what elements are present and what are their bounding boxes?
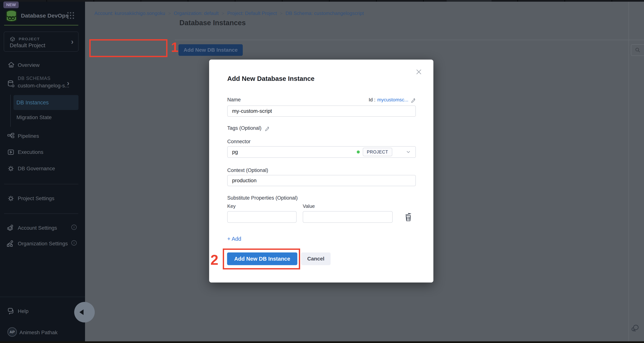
sidebar-item-project-settings[interactable]: Project Settings xyxy=(0,193,85,204)
chevron-right-icon: › xyxy=(67,79,69,87)
info-icon[interactable]: i xyxy=(72,225,76,230)
project-card-label: PROJECT xyxy=(19,37,40,41)
annotation-box-2 xyxy=(223,249,300,270)
sidebar-item-label: Pipelines xyxy=(18,133,39,139)
cube-icon xyxy=(10,36,15,42)
org-gear-icon xyxy=(6,240,14,248)
sidebar-divider xyxy=(4,184,78,184)
annotation-number-2: 2 xyxy=(210,252,218,268)
sidebar-item-executions[interactable]: Executions xyxy=(0,147,85,158)
connector-status-dot xyxy=(357,150,360,153)
avatar: AP xyxy=(8,327,17,337)
connector-scope-badge: PROJECT xyxy=(363,148,392,156)
browser-active-tab xyxy=(447,0,492,2)
sidebar-item-label: Overview xyxy=(18,62,40,68)
key-column-label: Key xyxy=(227,203,236,209)
tags-row: Tags (Optional) xyxy=(227,125,270,131)
sidebar-item-label: DB Instances xyxy=(16,99,48,106)
executions-icon xyxy=(7,148,14,156)
sidebar-item-label: Account Settings xyxy=(18,225,57,231)
sidebar-item-label: Executions xyxy=(18,149,43,155)
id-label: Id : xyxy=(369,97,376,103)
connector-label: Connector xyxy=(227,139,250,144)
chevron-down-icon[interactable] xyxy=(406,149,411,155)
modal-title: Add New Database Instance xyxy=(227,75,314,82)
browser-tab-strip xyxy=(0,0,644,2)
sidebar-item-overview[interactable]: Overview xyxy=(0,60,85,71)
annotation-number-1: 1 xyxy=(171,39,178,55)
layers-gear-icon xyxy=(6,224,14,232)
connector-select[interactable]: pg PROJECT xyxy=(227,146,416,158)
gear-icon xyxy=(7,195,14,202)
app-grid-icon[interactable] xyxy=(66,11,75,19)
new-badge: NEW xyxy=(3,1,19,8)
add-substitute-row-link[interactable]: + Add xyxy=(227,236,241,242)
sidebar-item-label: Project Settings xyxy=(18,196,54,201)
value-column-label: Value xyxy=(303,203,315,209)
sidebar-item-db-instances[interactable]: DB Instances xyxy=(14,95,78,110)
close-icon[interactable] xyxy=(415,68,423,76)
brand-divider xyxy=(4,25,78,25)
gear-icon xyxy=(7,165,14,172)
help-chat-icon xyxy=(7,307,15,315)
triangle-left-icon xyxy=(80,309,84,315)
connector-value: pg xyxy=(232,149,354,155)
user-menu[interactable]: AP Animesh Pathak xyxy=(0,325,85,340)
db-schemas-group-label: DB SCHEMAS xyxy=(18,76,50,81)
info-icon[interactable]: i xyxy=(72,240,76,246)
tags-label: Tags (Optional) xyxy=(227,125,262,131)
cancel-button[interactable]: Cancel xyxy=(301,253,330,265)
project-selector[interactable]: PROJECT Default Project › xyxy=(4,31,78,52)
context-label: Context (Optional) xyxy=(227,167,268,173)
substitute-value-input[interactable] xyxy=(303,211,393,223)
context-input[interactable] xyxy=(227,175,416,186)
sidebar-item-label: DB Governance xyxy=(18,166,55,172)
sidebar-item-organization-settings[interactable]: Organization Settings i xyxy=(0,238,85,250)
substitute-key-input[interactable] xyxy=(227,211,296,223)
window-bottom-edge xyxy=(0,341,644,343)
pipelines-icon xyxy=(7,132,14,140)
annotation-box-1 xyxy=(89,39,168,57)
chevron-right-icon: › xyxy=(71,38,74,45)
home-icon xyxy=(8,61,15,68)
id-row: Id : mycustomsc... xyxy=(209,97,416,103)
edit-pencil-icon[interactable] xyxy=(264,125,270,131)
sidebar-divider xyxy=(4,213,78,214)
sidebar-item-account-settings[interactable]: Account Settings i xyxy=(0,222,85,234)
database-devops-logo-icon xyxy=(5,9,18,23)
sidebar-item-help[interactable]: Help xyxy=(0,306,85,318)
edit-pencil-icon[interactable] xyxy=(410,97,416,103)
subnav-connector-line xyxy=(10,95,11,127)
id-value-link[interactable]: mycustomsc... xyxy=(377,97,408,103)
screen: NEW Database DevOps PROJECT Default Proj… xyxy=(0,0,644,343)
user-name: Animesh Pathak xyxy=(20,330,58,336)
sidebar-item-pipelines[interactable]: Pipelines xyxy=(0,131,85,142)
sidebar-item-label: Organization Settings xyxy=(18,241,68,247)
db-schema-icon xyxy=(7,80,15,88)
sidebar-item-label: Help xyxy=(18,308,28,314)
name-input[interactable] xyxy=(227,105,416,117)
sidebar-item-label: Migration State xyxy=(16,114,52,120)
delete-row-trash-icon[interactable] xyxy=(404,213,412,222)
db-schema-name: custom-changelog-s... xyxy=(18,83,69,89)
sidebar-item-db-schemas[interactable]: DB SCHEMAS custom-changelog-s... › xyxy=(0,75,85,92)
project-card-name: Default Project xyxy=(10,42,45,48)
sidebar-item-db-governance[interactable]: DB Governance xyxy=(0,163,85,175)
brand-title[interactable]: Database DevOps xyxy=(21,12,68,19)
sidebar-item-migration-state[interactable]: Migration State xyxy=(14,112,78,123)
sidebar: NEW Database DevOps PROJECT Default Proj… xyxy=(0,2,85,341)
sidebar-divider xyxy=(0,297,85,297)
substitute-properties-label: Substitute Properties (Optional) xyxy=(227,195,298,201)
